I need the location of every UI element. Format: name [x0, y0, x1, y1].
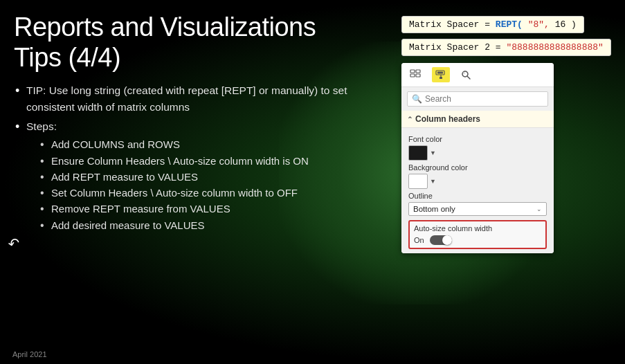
bullet-list: TIP: Use long string (created with repea… — [14, 82, 388, 233]
panel-body: Font color ▼ Background color ▼ Outline … — [401, 128, 554, 253]
svg-rect-1 — [416, 70, 420, 73]
outline-dropdown-arrow: ⌄ — [536, 206, 542, 212]
svg-rect-3 — [416, 74, 420, 77]
search-input[interactable] — [425, 94, 543, 104]
toggle-thumb — [442, 235, 452, 245]
step-1: Add COLUMNS and ROWS — [40, 136, 388, 152]
svg-point-10 — [463, 72, 465, 74]
svg-rect-0 — [410, 70, 415, 73]
formula1-num: 16 — [550, 19, 571, 30]
svg-rect-2 — [410, 74, 415, 77]
font-color-swatch[interactable] — [408, 145, 428, 161]
bg-color-label: Background color — [408, 163, 547, 172]
panel-tabs — [401, 63, 554, 87]
step-2: Ensure Column Headers \ Auto-size column… — [40, 153, 388, 169]
outline-dropdown[interactable]: Bottom only ⌄ — [408, 202, 547, 216]
bg-color-swatch-row: ▼ — [408, 174, 547, 189]
step-6: Add desired measure to VALUES — [40, 217, 388, 233]
steps-list: Add COLUMNS and ROWS Ensure Column Heade… — [26, 136, 388, 233]
formula-box-1: Matrix Spacer = REPT( "8", 16 ) — [401, 16, 584, 33]
section-header[interactable]: ⌃ Column headers — [401, 111, 554, 128]
svg-rect-5 — [437, 72, 443, 74]
auto-size-label: Auto-size column width — [414, 224, 541, 233]
step-4: Set Column Headers \ Auto-size column wi… — [40, 185, 388, 201]
steps-item: Steps: Add COLUMNS and ROWS Ensure Colum… — [14, 118, 388, 233]
chevron-icon: ⌃ — [407, 116, 413, 123]
tab-paint-icon[interactable] — [432, 67, 450, 82]
step-3: Add REPT measure to VALUES — [40, 169, 388, 185]
left-column: Reports and Visualizations Tips (4/4) TI… — [14, 12, 388, 357]
formula-box-2: Matrix Spacer 2 = "8888888888888888" — [401, 39, 611, 56]
toggle-track[interactable] — [430, 235, 452, 245]
font-color-swatch-row: ▼ — [408, 145, 547, 161]
formula1-arg1: "8", — [523, 19, 550, 30]
step-5: Remove REPT measure from VALUES — [40, 201, 388, 217]
panel-search[interactable]: 🔍 — [407, 91, 548, 107]
outline-label: Outline — [408, 192, 547, 200]
auto-size-section: Auto-size column width On — [408, 220, 547, 249]
bg-color-dropdown-arrow[interactable]: ▼ — [430, 178, 436, 185]
font-color-dropdown-arrow[interactable]: ▼ — [430, 149, 436, 156]
panel-card: 🔍 ⌃ Column headers Font color ▼ Backgrou… — [401, 63, 554, 253]
footer-text: April 2021 — [12, 350, 47, 358]
search-icon: 🔍 — [412, 94, 422, 104]
right-column: Matrix Spacer = REPT( "8", 16 ) Matrix S… — [401, 12, 611, 357]
formula1-close: ) — [571, 19, 577, 30]
toggle-label: On — [414, 236, 424, 244]
bg-color-swatch[interactable] — [408, 174, 428, 189]
main-title: Reports and Visualizations Tips (4/4) — [14, 12, 388, 73]
tip-bullet: TIP: Use long string (created with repea… — [14, 82, 388, 116]
svg-rect-7 — [440, 77, 442, 79]
tab-grid-icon[interactable] — [407, 67, 425, 82]
tab-magnify-icon[interactable] — [457, 67, 475, 82]
svg-line-9 — [467, 76, 470, 79]
font-color-label: Font color — [408, 135, 547, 143]
toggle-row: On — [414, 235, 541, 245]
